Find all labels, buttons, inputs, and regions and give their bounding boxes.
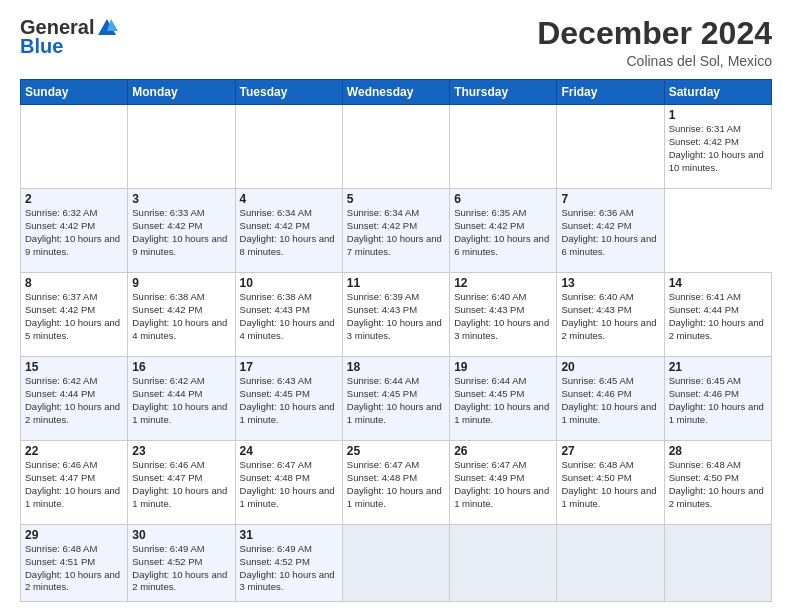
calendar-day: 8Sunrise: 6:37 AMSunset: 4:42 PMDaylight…	[21, 273, 128, 357]
calendar-day: 31Sunrise: 6:49 AMSunset: 4:52 PMDayligh…	[235, 525, 342, 602]
empty-cell	[664, 525, 771, 602]
calendar-day: 2Sunrise: 6:32 AMSunset: 4:42 PMDaylight…	[21, 189, 128, 273]
calendar-day: 17Sunrise: 6:43 AMSunset: 4:45 PMDayligh…	[235, 357, 342, 441]
day-header-saturday: Saturday	[664, 80, 771, 105]
day-info: Sunrise: 6:42 AMSunset: 4:44 PMDaylight:…	[25, 375, 123, 426]
empty-cell	[342, 525, 449, 602]
empty-cell	[128, 105, 235, 189]
day-number: 14	[669, 276, 767, 290]
calendar-week-row: 2Sunrise: 6:32 AMSunset: 4:42 PMDaylight…	[21, 189, 772, 273]
day-info: Sunrise: 6:46 AMSunset: 4:47 PMDaylight:…	[25, 459, 123, 510]
calendar-day: 12Sunrise: 6:40 AMSunset: 4:43 PMDayligh…	[450, 273, 557, 357]
day-info: Sunrise: 6:34 AMSunset: 4:42 PMDaylight:…	[347, 207, 445, 258]
day-info: Sunrise: 6:43 AMSunset: 4:45 PMDaylight:…	[240, 375, 338, 426]
day-header-thursday: Thursday	[450, 80, 557, 105]
calendar-day: 3Sunrise: 6:33 AMSunset: 4:42 PMDaylight…	[128, 189, 235, 273]
empty-cell	[557, 525, 664, 602]
day-number: 24	[240, 444, 338, 458]
month-title: December 2024	[537, 16, 772, 51]
day-info: Sunrise: 6:37 AMSunset: 4:42 PMDaylight:…	[25, 291, 123, 342]
calendar-day: 1Sunrise: 6:31 AMSunset: 4:42 PMDaylight…	[664, 105, 771, 189]
day-info: Sunrise: 6:42 AMSunset: 4:44 PMDaylight:…	[132, 375, 230, 426]
calendar-day: 23Sunrise: 6:46 AMSunset: 4:47 PMDayligh…	[128, 441, 235, 525]
day-info: Sunrise: 6:32 AMSunset: 4:42 PMDaylight:…	[25, 207, 123, 258]
location: Colinas del Sol, Mexico	[537, 53, 772, 69]
day-header-monday: Monday	[128, 80, 235, 105]
day-info: Sunrise: 6:35 AMSunset: 4:42 PMDaylight:…	[454, 207, 552, 258]
day-info: Sunrise: 6:47 AMSunset: 4:48 PMDaylight:…	[240, 459, 338, 510]
calendar-day: 15Sunrise: 6:42 AMSunset: 4:44 PMDayligh…	[21, 357, 128, 441]
day-info: Sunrise: 6:46 AMSunset: 4:47 PMDaylight:…	[132, 459, 230, 510]
day-info: Sunrise: 6:38 AMSunset: 4:42 PMDaylight:…	[132, 291, 230, 342]
day-number: 17	[240, 360, 338, 374]
calendar-day: 13Sunrise: 6:40 AMSunset: 4:43 PMDayligh…	[557, 273, 664, 357]
calendar-day: 5Sunrise: 6:34 AMSunset: 4:42 PMDaylight…	[342, 189, 449, 273]
day-info: Sunrise: 6:45 AMSunset: 4:46 PMDaylight:…	[669, 375, 767, 426]
day-number: 4	[240, 192, 338, 206]
calendar-day: 18Sunrise: 6:44 AMSunset: 4:45 PMDayligh…	[342, 357, 449, 441]
day-number: 2	[25, 192, 123, 206]
day-number: 18	[347, 360, 445, 374]
calendar-week-row: 22Sunrise: 6:46 AMSunset: 4:47 PMDayligh…	[21, 441, 772, 525]
logo: General Blue	[20, 16, 120, 58]
empty-cell	[450, 525, 557, 602]
calendar-header-row: SundayMondayTuesdayWednesdayThursdayFrid…	[21, 80, 772, 105]
day-number: 30	[132, 528, 230, 542]
day-info: Sunrise: 6:38 AMSunset: 4:43 PMDaylight:…	[240, 291, 338, 342]
day-number: 19	[454, 360, 552, 374]
day-number: 3	[132, 192, 230, 206]
day-number: 29	[25, 528, 123, 542]
day-info: Sunrise: 6:47 AMSunset: 4:48 PMDaylight:…	[347, 459, 445, 510]
day-info: Sunrise: 6:47 AMSunset: 4:49 PMDaylight:…	[454, 459, 552, 510]
day-info: Sunrise: 6:44 AMSunset: 4:45 PMDaylight:…	[454, 375, 552, 426]
calendar-day: 20Sunrise: 6:45 AMSunset: 4:46 PMDayligh…	[557, 357, 664, 441]
day-info: Sunrise: 6:40 AMSunset: 4:43 PMDaylight:…	[454, 291, 552, 342]
day-info: Sunrise: 6:34 AMSunset: 4:42 PMDaylight:…	[240, 207, 338, 258]
day-number: 16	[132, 360, 230, 374]
calendar-week-row: 15Sunrise: 6:42 AMSunset: 4:44 PMDayligh…	[21, 357, 772, 441]
calendar-day: 22Sunrise: 6:46 AMSunset: 4:47 PMDayligh…	[21, 441, 128, 525]
logo-icon	[96, 17, 118, 39]
day-number: 21	[669, 360, 767, 374]
empty-cell	[342, 105, 449, 189]
calendar-day: 9Sunrise: 6:38 AMSunset: 4:42 PMDaylight…	[128, 273, 235, 357]
calendar-day: 19Sunrise: 6:44 AMSunset: 4:45 PMDayligh…	[450, 357, 557, 441]
day-info: Sunrise: 6:41 AMSunset: 4:44 PMDaylight:…	[669, 291, 767, 342]
calendar-day: 10Sunrise: 6:38 AMSunset: 4:43 PMDayligh…	[235, 273, 342, 357]
day-header-friday: Friday	[557, 80, 664, 105]
calendar-day: 7Sunrise: 6:36 AMSunset: 4:42 PMDaylight…	[557, 189, 664, 273]
calendar-day: 28Sunrise: 6:48 AMSunset: 4:50 PMDayligh…	[664, 441, 771, 525]
empty-cell	[557, 105, 664, 189]
day-number: 22	[25, 444, 123, 458]
logo-blue: Blue	[20, 35, 63, 58]
calendar-week-row: 29Sunrise: 6:48 AMSunset: 4:51 PMDayligh…	[21, 525, 772, 602]
title-block: December 2024 Colinas del Sol, Mexico	[537, 16, 772, 69]
day-number: 6	[454, 192, 552, 206]
calendar: SundayMondayTuesdayWednesdayThursdayFrid…	[20, 79, 772, 602]
page: General Blue December 2024 Colinas del S…	[0, 0, 792, 612]
empty-cell	[21, 105, 128, 189]
calendar-day: 11Sunrise: 6:39 AMSunset: 4:43 PMDayligh…	[342, 273, 449, 357]
calendar-day: 6Sunrise: 6:35 AMSunset: 4:42 PMDaylight…	[450, 189, 557, 273]
day-header-tuesday: Tuesday	[235, 80, 342, 105]
day-info: Sunrise: 6:40 AMSunset: 4:43 PMDaylight:…	[561, 291, 659, 342]
day-info: Sunrise: 6:33 AMSunset: 4:42 PMDaylight:…	[132, 207, 230, 258]
calendar-day: 21Sunrise: 6:45 AMSunset: 4:46 PMDayligh…	[664, 357, 771, 441]
day-info: Sunrise: 6:31 AMSunset: 4:42 PMDaylight:…	[669, 123, 767, 174]
day-info: Sunrise: 6:49 AMSunset: 4:52 PMDaylight:…	[132, 543, 230, 594]
day-header-sunday: Sunday	[21, 80, 128, 105]
day-number: 5	[347, 192, 445, 206]
calendar-day: 30Sunrise: 6:49 AMSunset: 4:52 PMDayligh…	[128, 525, 235, 602]
day-number: 28	[669, 444, 767, 458]
calendar-day: 14Sunrise: 6:41 AMSunset: 4:44 PMDayligh…	[664, 273, 771, 357]
day-number: 8	[25, 276, 123, 290]
day-number: 12	[454, 276, 552, 290]
calendar-day: 29Sunrise: 6:48 AMSunset: 4:51 PMDayligh…	[21, 525, 128, 602]
day-number: 20	[561, 360, 659, 374]
day-number: 7	[561, 192, 659, 206]
calendar-week-row: 8Sunrise: 6:37 AMSunset: 4:42 PMDaylight…	[21, 273, 772, 357]
day-number: 1	[669, 108, 767, 122]
calendar-day: 27Sunrise: 6:48 AMSunset: 4:50 PMDayligh…	[557, 441, 664, 525]
calendar-day: 4Sunrise: 6:34 AMSunset: 4:42 PMDaylight…	[235, 189, 342, 273]
day-number: 26	[454, 444, 552, 458]
